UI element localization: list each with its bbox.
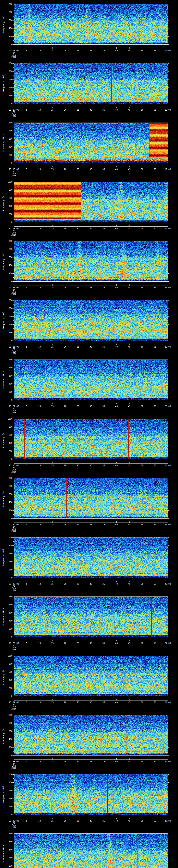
y-tick-mark-right bbox=[168, 537, 169, 538]
y-tick-label: 200 bbox=[4, 509, 12, 512]
x-tick-label: 50 bbox=[141, 109, 143, 111]
x-tick-mark bbox=[155, 403, 155, 404]
x-tick-label: 45 bbox=[128, 524, 130, 526]
x-tick-label: 35 bbox=[102, 109, 105, 111]
y-tick-mark-right bbox=[168, 672, 169, 672]
y-tick-label: 1000 bbox=[4, 62, 12, 64]
y-tick-mark-right bbox=[168, 139, 169, 139]
y-tick-mark-right bbox=[168, 273, 169, 274]
y-tick-label: 800 bbox=[4, 426, 12, 428]
y-axis-title: Frequency (Hz) bbox=[2, 726, 4, 744]
y-tick-mark-right bbox=[168, 688, 169, 688]
start-time-label: 23:22:00 bbox=[9, 405, 19, 407]
x-tick-label: 50 bbox=[141, 464, 143, 466]
x-tick-label: 5 bbox=[26, 405, 27, 407]
x-axis-line bbox=[14, 760, 168, 760]
x-tick-label: 35 bbox=[102, 761, 105, 763]
x-tick-mark bbox=[65, 284, 65, 286]
start-time-label: 23:20:00 bbox=[9, 287, 19, 289]
x-tick-mark bbox=[52, 225, 53, 226]
plot-frame bbox=[14, 478, 168, 519]
x-tick-label: 25 bbox=[77, 168, 79, 170]
plot-frame bbox=[14, 63, 168, 104]
x-tick-label: 25 bbox=[77, 109, 79, 111]
spectrogram-canvas bbox=[14, 774, 168, 815]
x-tick-mark bbox=[52, 48, 53, 49]
spectrogram-page: { "page": { "background": "#000000", "te… bbox=[0, 0, 178, 868]
y-tick-label: 600 bbox=[4, 197, 12, 199]
y-tick-label: 600 bbox=[4, 79, 12, 81]
x-tick-label: 40 bbox=[115, 346, 118, 348]
y-tick-mark-right bbox=[168, 435, 169, 435]
x-tick-label: 20 bbox=[64, 820, 66, 822]
x-tick-mark bbox=[52, 106, 53, 108]
x-tick-label: 35 bbox=[102, 701, 105, 704]
spectrogram-panel: Frequency (Hz)02004006008001000510152025… bbox=[0, 592, 178, 652]
y-tick-label: 1000 bbox=[4, 833, 12, 835]
y-tick-mark-right bbox=[168, 834, 169, 834]
y-tick-label: 600 bbox=[4, 434, 12, 436]
x-tick-label: 10 bbox=[38, 50, 41, 52]
x-tick-mark bbox=[103, 818, 104, 819]
x-tick-mark bbox=[14, 818, 14, 819]
x-tick-mark bbox=[52, 403, 53, 404]
x-tick-mark bbox=[65, 106, 65, 108]
y-tick-label: 1000 bbox=[4, 596, 12, 598]
x-tick-label: 45 bbox=[128, 346, 130, 348]
x-tick-label: 40 bbox=[115, 524, 118, 526]
y-tick-label: 600 bbox=[4, 730, 12, 732]
plot-frame bbox=[14, 537, 168, 578]
y-tick-mark-right bbox=[168, 384, 169, 384]
x-tick-label: 50 bbox=[141, 168, 143, 170]
y-tick-label: 200 bbox=[4, 95, 12, 97]
y-tick-mark-right bbox=[168, 316, 169, 317]
y-tick-label: 400 bbox=[4, 146, 12, 148]
x-tick-mark bbox=[52, 818, 53, 819]
spectrogram-panel: Frequency (Hz)02004006008001000510152025… bbox=[0, 533, 178, 592]
start-time-label: 23:18:00 bbox=[9, 168, 19, 170]
x-tick-label: 15 bbox=[51, 405, 54, 407]
x-tick-mark bbox=[155, 581, 155, 582]
x-tick-label: 45 bbox=[128, 227, 130, 229]
y-tick-label: 1000 bbox=[4, 536, 12, 538]
x-tick-label: 15 bbox=[51, 820, 54, 822]
y-tick-label: 400 bbox=[4, 857, 12, 859]
x-tick-mark bbox=[65, 403, 65, 404]
x-tick-mark bbox=[14, 699, 14, 700]
y-tick-label: 1000 bbox=[4, 122, 12, 124]
y-tick-label: 1000 bbox=[4, 181, 12, 183]
x-tick-label: 55 bbox=[154, 524, 156, 526]
x-tick-mark bbox=[155, 106, 155, 108]
spectrogram-canvas bbox=[14, 241, 168, 281]
y-tick-label: 0 bbox=[4, 754, 12, 756]
plot-frame bbox=[14, 774, 168, 815]
y-tick-label: 0 bbox=[4, 814, 12, 816]
start-time-label: 23:28:00 bbox=[9, 761, 19, 763]
x-tick-mark bbox=[65, 344, 65, 345]
spectrogram-panel: Frequency (Hz)02004006008001000510152025… bbox=[0, 652, 178, 711]
date-line: 2016 bbox=[11, 826, 17, 829]
x-tick-label: 45 bbox=[128, 464, 130, 466]
y-tick-mark-right bbox=[168, 518, 169, 519]
x-tick-mark bbox=[65, 581, 65, 582]
y-axis-title: Frequency (Hz) bbox=[2, 608, 4, 625]
y-tick-label: 400 bbox=[4, 738, 12, 740]
spectrogram-panel: Frequency (Hz)02004006008001000510152025… bbox=[0, 0, 178, 59]
y-tick-label: 600 bbox=[4, 553, 12, 555]
y-tick-mark-right bbox=[168, 308, 169, 309]
y-tick-label: 600 bbox=[4, 612, 12, 614]
y-axis-title: Frequency (Hz) bbox=[2, 134, 4, 152]
x-tick-mark bbox=[27, 225, 27, 226]
x-tick-label: 30 bbox=[90, 168, 92, 170]
x-tick-mark bbox=[155, 818, 155, 819]
y-axis-title: Frequency (Hz) bbox=[2, 549, 4, 566]
x-tick-label: 35 bbox=[102, 583, 105, 585]
x-axis-line bbox=[14, 404, 168, 404]
y-tick-label: 200 bbox=[4, 687, 12, 689]
x-tick-mark bbox=[155, 48, 155, 49]
x-tick-mark bbox=[155, 640, 155, 641]
spectrogram-panel: Frequency (Hz)02004006008001000510152025… bbox=[0, 237, 178, 296]
x-tick-label: 50 bbox=[141, 820, 143, 822]
x-tick-mark bbox=[65, 818, 65, 819]
x-tick-mark bbox=[27, 758, 27, 760]
